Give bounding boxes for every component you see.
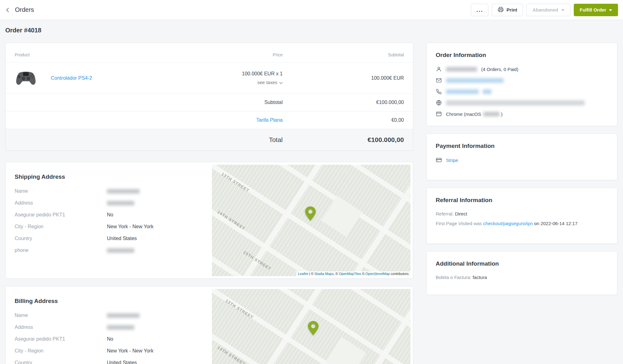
field-label-name: Name bbox=[15, 313, 107, 318]
back-to-orders[interactable]: Orders bbox=[5, 6, 34, 13]
shipping-address-map[interactable]: 13TH STREET 14TH STREET 15TH STREET Leaf… bbox=[212, 165, 410, 276]
payment-information-title: Payment Information bbox=[436, 143, 608, 149]
browser-suffix: ) bbox=[501, 111, 503, 117]
toolbar: ... Print Abandoned Fulfill Order bbox=[471, 4, 618, 16]
phone-row bbox=[436, 88, 608, 95]
item-price: 100.000€ EUR x 1 bbox=[177, 71, 283, 77]
leaflet-link[interactable]: Leaflet bbox=[298, 272, 308, 276]
stadia-maps-link[interactable]: Stadia Maps bbox=[314, 272, 333, 276]
redacted-address bbox=[107, 201, 134, 206]
field-label-country: Country bbox=[15, 360, 107, 364]
redacted-user-agent bbox=[446, 100, 585, 106]
order-status-dropdown[interactable]: Abandoned bbox=[526, 4, 570, 16]
redacted-email-link[interactable] bbox=[446, 78, 504, 83]
shipping-method-row: Tarifa Plana €0,00 bbox=[6, 111, 413, 129]
additional-information-card: Additional Information Boleta o Factura:… bbox=[426, 251, 617, 295]
chevron-left-icon bbox=[5, 7, 11, 13]
openstreetmap-link[interactable]: OpenStreetMap bbox=[366, 272, 390, 276]
fulfill-order-button[interactable]: Fulfill Order bbox=[574, 4, 618, 16]
attr-contributors: contributors bbox=[391, 272, 409, 276]
field-label-asegurar: Asegurar pedido PKT1 bbox=[15, 212, 107, 218]
orders-count: (4 Orders, 0 Paid) bbox=[481, 67, 518, 72]
browser-window-icon bbox=[436, 111, 442, 117]
referral-label: Referral: bbox=[436, 211, 454, 216]
customer-row: (4 Orders, 0 Paid) bbox=[436, 66, 608, 72]
redacted-phone-extra bbox=[483, 89, 491, 94]
product-thumbnail-ps4-controller bbox=[15, 70, 37, 86]
more-actions-button[interactable]: ... bbox=[471, 4, 488, 16]
field-label-asegurar: Asegurar pedido PKT1 bbox=[15, 336, 107, 342]
map-marker-pin[interactable] bbox=[307, 321, 319, 336]
redacted-phone-link[interactable] bbox=[446, 89, 479, 94]
field-label-address: Address bbox=[15, 200, 107, 206]
back-label: Orders bbox=[15, 6, 34, 13]
shipping-method-link[interactable]: Tarifa Plana bbox=[256, 117, 283, 123]
column-price: Price bbox=[177, 52, 283, 57]
attr-copyright: © bbox=[311, 272, 314, 276]
referral-value: Direct bbox=[455, 211, 467, 216]
redacted-address bbox=[107, 325, 134, 330]
redacted-phone bbox=[107, 248, 134, 253]
product-link[interactable]: Controlador PS4-2 bbox=[51, 75, 92, 81]
chevron-down-icon bbox=[279, 80, 283, 85]
payment-method-row: Stripe bbox=[436, 157, 608, 163]
subtotal-row: Subtotal €100.000,00 bbox=[6, 93, 413, 111]
caret-down-icon bbox=[561, 9, 564, 11]
browser-row: Chrome (macOS ) bbox=[436, 111, 608, 117]
field-value-city-region: New York - New York bbox=[107, 224, 153, 229]
shipping-address-card: Shipping Address Name Address Asegurar p… bbox=[5, 162, 413, 279]
order-information-card: Order Information (4 Orders, 0 Paid) bbox=[426, 43, 617, 126]
top-bar: Orders ... Print Abandoned Fulfill Order bbox=[0, 0, 623, 20]
redacted-name bbox=[107, 189, 140, 194]
referral-information-title: Referral Information bbox=[436, 197, 608, 204]
field-value-country: United States bbox=[107, 236, 137, 241]
order-items-card: Product Price Subtotal bbox=[5, 43, 413, 151]
payment-method-link[interactable]: Stripe bbox=[446, 158, 458, 163]
map-attribution: Leaflet | © Stadia Maps, © OpenMapTiles … bbox=[296, 271, 410, 276]
attr-copyright: , © bbox=[333, 272, 338, 276]
field-label-address: Address bbox=[15, 324, 107, 330]
field-label-country: Country bbox=[15, 236, 107, 241]
billing-address-card: Billing Address Name Address Asegurar pe… bbox=[5, 286, 413, 364]
referral-line: Referral: Direct bbox=[436, 211, 608, 216]
see-taxes-label: see taxes bbox=[257, 80, 277, 85]
items-table-header: Product Price Subtotal bbox=[6, 43, 413, 62]
subtotal-label: Subtotal bbox=[15, 100, 283, 105]
envelope-icon bbox=[436, 77, 442, 83]
attr-copyright: © bbox=[362, 272, 365, 276]
browser-name: Chrome (macOS bbox=[446, 111, 481, 117]
additional-information-title: Additional Information bbox=[436, 260, 608, 267]
column-subtotal: Subtotal bbox=[283, 52, 404, 57]
email-row bbox=[436, 77, 608, 83]
page-title: Order #4018 bbox=[5, 27, 618, 34]
first-page-link[interactable]: checkout/pagseguro/ipn bbox=[483, 221, 533, 226]
field-label-name: Name bbox=[15, 188, 107, 194]
total-label: Total bbox=[15, 136, 283, 144]
phone-icon bbox=[436, 88, 442, 95]
field-value-asegurar: No bbox=[107, 212, 113, 218]
total-value: €100.000,00 bbox=[283, 136, 404, 144]
see-taxes-toggle[interactable]: see taxes bbox=[257, 80, 283, 85]
redacted-customer-name bbox=[446, 67, 477, 72]
boleta-label: Boleta o Factura: bbox=[436, 275, 471, 280]
subtotal-value: €100.000,00 bbox=[283, 100, 404, 105]
credit-card-icon bbox=[436, 157, 442, 163]
first-page-suffix: on 2022-06-14 12:17 bbox=[534, 221, 577, 226]
print-button[interactable]: Print bbox=[492, 4, 523, 16]
attr-separator: | bbox=[309, 272, 310, 276]
print-label: Print bbox=[506, 7, 517, 12]
boleta-value: factura bbox=[472, 275, 487, 280]
field-value-country: United States bbox=[107, 360, 137, 364]
boleta-line: Boleta o Factura: factura bbox=[436, 275, 608, 280]
billing-address-map[interactable]: 13TH STREET 14TH STREET bbox=[212, 289, 410, 364]
total-row: Total €100.000,00 bbox=[6, 129, 413, 150]
field-label-city-region: City - Region bbox=[15, 348, 107, 354]
redacted-os-version bbox=[483, 112, 500, 116]
openmaptiles-link[interactable]: OpenMapTiles bbox=[339, 272, 361, 276]
person-icon bbox=[436, 66, 442, 72]
first-page-prefix: First Page Visited was bbox=[436, 221, 482, 226]
map-marker-pin[interactable] bbox=[304, 206, 316, 221]
status-label: Abandoned bbox=[532, 7, 558, 12]
column-product: Product bbox=[15, 52, 177, 57]
caret-down-icon bbox=[609, 9, 612, 11]
